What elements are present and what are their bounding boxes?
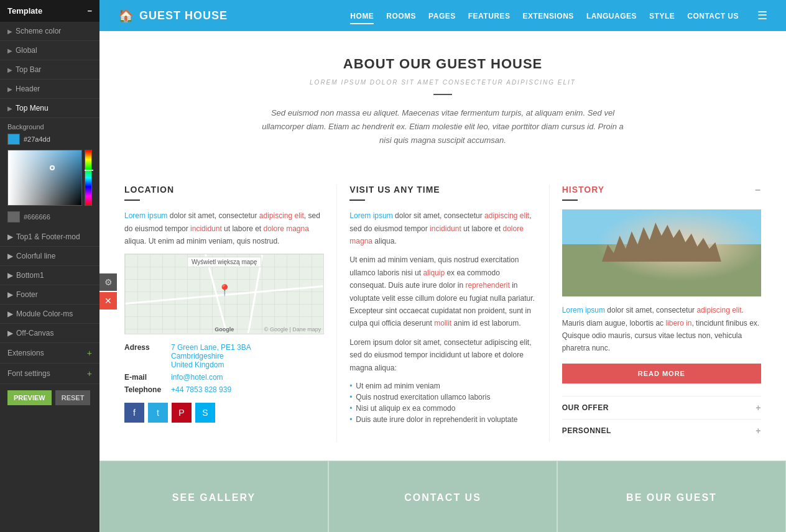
hue-bar[interactable] [85, 150, 92, 206]
footer-cta-gallery[interactable]: SEE GALLERY [99, 461, 328, 532]
sidebar-item-off-canvas[interactable]: ▶ Off-Canvas [0, 324, 99, 343]
about-divider [433, 94, 452, 95]
nav-item-contact[interactable]: CONTACT US [687, 11, 739, 21]
location-text-link2: incididunt [190, 224, 222, 233]
map-area[interactable]: Wyświetl większą mapę 📍 Google © Google … [124, 254, 324, 334]
accordion-item-personnel: PERSONNEL + [562, 419, 761, 442]
chevron-right-icon: ▶ [7, 86, 12, 93]
sidebar-item-top1-footer[interactable]: ▶ Top1 & Footer-mod [0, 227, 99, 247]
nav-item-languages[interactable]: LANGUAGES [586, 11, 637, 21]
list-item: Quis nostrud exercitation ullamco labori… [349, 392, 536, 403]
chevron-right-icon: ▶ [7, 28, 12, 35]
map-pin-icon: 📍 [218, 283, 231, 297]
location-text-link3: dolore magna [263, 224, 308, 233]
extensions-row[interactable]: Extensions + [0, 343, 99, 364]
sidebar-item-bottom1[interactable]: ▶ Bottom1 [0, 266, 99, 285]
social-icons: f t P S [124, 403, 324, 423]
nav-item-pages[interactable]: PAGES [428, 11, 456, 21]
accordion-header-offer[interactable]: OUR OFFER + [562, 403, 761, 413]
nav-item-extensions[interactable]: EXTENSIONS [523, 11, 574, 21]
sidebar-header: Template − [0, 0, 99, 22]
nav-link-pages[interactable]: PAGES [428, 12, 456, 23]
color-picker-panel: Background #27a4dd #666666 [0, 118, 99, 227]
nav-item-style[interactable]: STYLE [649, 11, 675, 21]
nav-link-contact[interactable]: CONTACT US [687, 12, 739, 23]
history-column: HISTORY − Lorem ipsum dolor sit amet, co… [549, 185, 761, 442]
sidebar-item-module-color[interactable]: ▶ Module Color-ms [0, 305, 99, 324]
footer-cta-guest[interactable]: BE OUR GUEST [557, 461, 786, 532]
reset-button[interactable]: RESET [55, 390, 91, 405]
pinterest-icon[interactable]: P [172, 403, 192, 423]
hue-cursor [85, 170, 93, 171]
house-icon: 🏠 [118, 8, 134, 23]
extensions-add-icon[interactable]: + [87, 348, 92, 358]
map-zoom-label[interactable]: Wyświetl większą mapę [187, 257, 262, 267]
close-icon[interactable]: ✕ [99, 292, 117, 310]
color-hex-value: #27a4dd [24, 135, 50, 143]
visit-divider [349, 200, 365, 201]
nav-link-extensions[interactable]: EXTENSIONS [523, 12, 574, 23]
gradient-area[interactable] [8, 150, 81, 205]
sidebar: Template − ▶ Scheme color ▶ Global ▶ Top… [0, 0, 99, 532]
location-text-dark3: ut labore et [222, 224, 264, 233]
email-value[interactable]: info@hotel.com [171, 373, 223, 382]
nav-item-home[interactable]: HOME [350, 11, 374, 21]
three-column-section: LOCATION Lorem ipsum dolor sit amet, con… [99, 166, 786, 461]
sidebar-item-colorful-line[interactable]: ▶ Colorful line [0, 247, 99, 266]
hamburger-icon[interactable]: ☰ [757, 9, 767, 22]
visit-column: VISIT US ANY TIME Lorem ipsum dolor sit … [336, 185, 548, 442]
sidebar-item-footer[interactable]: ▶ Footer [0, 285, 99, 305]
nav-link-rooms[interactable]: ROOMS [386, 12, 416, 23]
chevron-right-icon: ▶ [7, 252, 13, 260]
sidebar-item-label: Top Bar [16, 65, 41, 74]
accordion-expand-icon[interactable]: + [756, 403, 761, 413]
map-attribution: © Google | Dane mapy [264, 326, 321, 332]
font-settings-label: Font settings [7, 369, 50, 378]
color-swatch[interactable] [7, 134, 20, 145]
sidebar-item-top-menu[interactable]: ▶ Top Menu [0, 99, 99, 118]
sidebar-item-top-bar[interactable]: ▶ Top Bar [0, 60, 99, 80]
site-logo: 🏠 GUEST HOUSE [118, 8, 228, 23]
telephone-label: Telephone [124, 385, 165, 394]
skype-icon[interactable]: S [195, 403, 215, 423]
history-collapse-icon[interactable]: − [755, 185, 761, 196]
font-settings-add-icon[interactable]: + [87, 369, 92, 378]
nav-link-features[interactable]: FEATURES [468, 12, 511, 23]
sidebar-item-scheme-color[interactable]: ▶ Scheme color [0, 22, 99, 41]
chevron-right-icon: ▶ [7, 47, 12, 54]
accordion-expand-icon[interactable]: + [756, 426, 761, 436]
sidebar-item-label: Scheme color [16, 27, 61, 35]
visit-body1: Lorem ipsum dolor sit amet, consectetur … [349, 209, 536, 247]
history-divider [562, 200, 578, 201]
nav-item-features[interactable]: FEATURES [468, 11, 511, 21]
sidebar-item-global[interactable]: ▶ Global [0, 41, 99, 60]
sidebar-item-label: Top1 & Footer-mod [16, 232, 80, 241]
picker-cursor [50, 165, 55, 170]
sidebar-collapse-btn[interactable]: − [87, 6, 92, 16]
background-label: Background [7, 123, 92, 131]
accordion-label-offer: OUR OFFER [562, 403, 609, 412]
color-picker-gradient[interactable] [7, 150, 82, 206]
castle-silhouette [602, 218, 721, 262]
address-label: Adress [124, 343, 165, 369]
font-settings-row[interactable]: Font settings + [0, 364, 99, 384]
nav-item-rooms[interactable]: ROOMS [386, 11, 416, 21]
history-image-inner [562, 209, 761, 296]
footer-cta-contact[interactable]: CONTACT US [328, 461, 557, 532]
nav-link-style[interactable]: STYLE [649, 12, 675, 23]
preview-button[interactable]: PREVIEW [7, 390, 52, 405]
address-row: Adress 7 Green Lane, PE1 3BA Cambridgesh… [124, 343, 324, 369]
about-section: ABOUT OUR GUEST HOUSE LOREM IPSUM DOLOR … [99, 31, 786, 166]
gear-icon[interactable]: ⚙ [99, 273, 117, 291]
about-body: Sed euismod non massa eu aliquet. Maecen… [256, 106, 629, 147]
read-more-button[interactable]: READ MORE [562, 364, 761, 383]
twitter-icon[interactable]: t [148, 403, 168, 423]
facebook-icon[interactable]: f [124, 403, 144, 423]
accordion-header-personnel[interactable]: PERSONNEL + [562, 426, 761, 436]
nav-link-home[interactable]: HOME [350, 12, 374, 24]
visit-heading: VISIT US ANY TIME [349, 185, 536, 195]
sidebar-item-header[interactable]: ▶ Header [0, 80, 99, 99]
email-label: E-mail [124, 373, 165, 382]
gray-swatch[interactable] [7, 211, 20, 222]
nav-link-languages[interactable]: LANGUAGES [586, 12, 637, 23]
